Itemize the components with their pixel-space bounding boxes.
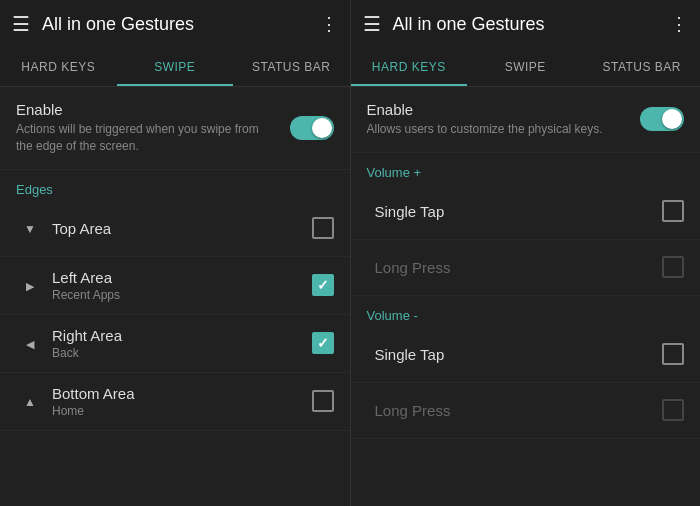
vol-plus-long-title: Long Press <box>375 259 663 276</box>
left-panel: All in one Gestures Hard Keys Swipe Stat… <box>0 0 350 506</box>
arrow-up-icon <box>24 392 36 410</box>
right-volume-minus-label: Volume - <box>351 296 701 327</box>
right-enable-desc: Allows users to customize the physical k… <box>367 121 629 138</box>
right-enable-label: Enable <box>367 101 629 118</box>
right-area-icon <box>16 334 44 352</box>
right-lines-icon[interactable]: ☰ <box>363 10 389 38</box>
left-item-left[interactable]: Left Area Recent Apps <box>0 257 350 315</box>
right-enable-text: Enable Allows users to customize the phy… <box>367 101 641 138</box>
top-area-icon <box>16 219 44 237</box>
vol-minus-single-checkbox[interactable] <box>662 343 684 365</box>
left-menu-icon[interactable] <box>320 13 338 35</box>
right-area-title: Right Area <box>52 327 312 344</box>
left-area-checkbox[interactable] <box>312 274 334 296</box>
right-panel: ☰ All in one Gestures Hard Keys Swipe St… <box>350 0 701 506</box>
bottom-area-text: Bottom Area Home <box>44 385 312 418</box>
left-edges-label: Edges <box>0 170 350 201</box>
left-enable-desc: Actions will be triggered when you swipe… <box>16 121 278 155</box>
right-area-text: Right Area Back <box>44 327 312 360</box>
right-header-title: All in one Gestures <box>393 14 663 35</box>
right-enable-toggle[interactable] <box>640 107 684 131</box>
right-header: ☰ All in one Gestures <box>351 0 701 48</box>
left-toggle-thumb <box>312 118 332 138</box>
right-vol-minus-single[interactable]: Single Tap <box>351 327 701 383</box>
left-enable-label: Enable <box>16 101 278 118</box>
left-tabs: Hard Keys Swipe Status Bar <box>0 48 350 87</box>
arrow-right-icon <box>26 276 34 294</box>
app-container: All in one Gestures Hard Keys Swipe Stat… <box>0 0 700 506</box>
top-area-text: Top Area <box>44 220 312 237</box>
left-area-subtitle: Recent Apps <box>52 288 312 302</box>
bottom-area-title: Bottom Area <box>52 385 312 402</box>
bottom-area-icon <box>16 392 44 410</box>
vol-minus-single-title: Single Tap <box>375 346 663 363</box>
right-vol-plus-single[interactable]: Single Tap <box>351 184 701 240</box>
right-volume-plus-label: Volume + <box>351 153 701 184</box>
left-area-title: Left Area <box>52 269 312 286</box>
vol-minus-long-checkbox[interactable] <box>662 399 684 421</box>
vol-plus-single-text: Single Tap <box>367 203 663 220</box>
left-enable-toggle[interactable] <box>290 116 334 140</box>
left-hamburger-icon[interactable] <box>12 10 38 38</box>
left-area-text: Left Area Recent Apps <box>44 269 312 302</box>
right-tabs: Hard Keys Swipe Status Bar <box>351 48 701 87</box>
right-content: Enable Allows users to customize the phy… <box>351 87 701 506</box>
bottom-area-subtitle: Home <box>52 404 312 418</box>
left-tab-swipe[interactable]: Swipe <box>117 48 234 86</box>
left-tab-hard-keys[interactable]: Hard Keys <box>0 48 117 86</box>
vol-minus-long-title: Long Press <box>375 402 663 419</box>
right-vol-plus-long[interactable]: Long Press <box>351 240 701 296</box>
right-tab-hard-keys[interactable]: Hard Keys <box>351 48 468 86</box>
arrow-down-icon <box>24 219 36 237</box>
right-menu-icon[interactable] <box>670 13 688 35</box>
right-vol-minus-long[interactable]: Long Press <box>351 383 701 439</box>
vol-plus-single-checkbox[interactable] <box>662 200 684 222</box>
left-toggle-track <box>290 116 334 140</box>
bottom-area-checkbox[interactable] <box>312 390 334 412</box>
right-tab-swipe[interactable]: Swipe <box>467 48 584 86</box>
right-enable-section: Enable Allows users to customize the phy… <box>351 87 701 153</box>
left-area-icon <box>16 276 44 294</box>
vol-minus-single-text: Single Tap <box>367 346 663 363</box>
arrow-left-icon <box>26 334 34 352</box>
right-area-subtitle: Back <box>52 346 312 360</box>
right-tab-status-bar[interactable]: Status Bar <box>584 48 701 86</box>
right-area-checkbox[interactable] <box>312 332 334 354</box>
top-area-title: Top Area <box>52 220 312 237</box>
left-header: All in one Gestures <box>0 0 350 48</box>
left-item-right[interactable]: Right Area Back <box>0 315 350 373</box>
left-content: Enable Actions will be triggered when yo… <box>0 87 350 506</box>
vol-plus-long-checkbox[interactable] <box>662 256 684 278</box>
left-item-bottom[interactable]: Bottom Area Home <box>0 373 350 431</box>
top-area-checkbox[interactable] <box>312 217 334 239</box>
left-enable-text: Enable Actions will be triggered when yo… <box>16 101 290 155</box>
right-toggle-thumb <box>662 109 682 129</box>
vol-plus-long-text: Long Press <box>367 259 663 276</box>
right-toggle-track <box>640 107 684 131</box>
left-item-top[interactable]: Top Area <box>0 201 350 257</box>
left-header-title: All in one Gestures <box>42 14 312 35</box>
vol-minus-long-text: Long Press <box>367 402 663 419</box>
left-enable-section: Enable Actions will be triggered when yo… <box>0 87 350 170</box>
vol-plus-single-title: Single Tap <box>375 203 663 220</box>
left-tab-status-bar[interactable]: Status Bar <box>233 48 350 86</box>
